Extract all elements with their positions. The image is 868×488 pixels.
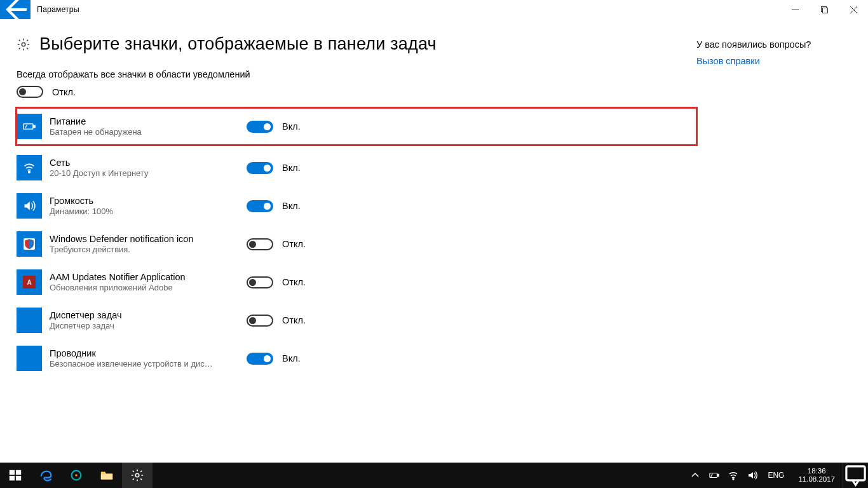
blank-icon [17, 308, 42, 333]
taskbar-explorer[interactable] [92, 463, 122, 488]
tray-battery[interactable] [708, 463, 721, 488]
item-title: AAM Updates Notifier Application [50, 271, 247, 283]
wifi-icon [728, 470, 738, 480]
item-toggle-state: Откл. [282, 315, 306, 325]
icon-setting-row: ПроводникБезопасное извлечение устройств… [17, 343, 696, 374]
window-controls [780, 0, 868, 19]
svg-rect-12 [10, 476, 15, 480]
svg-rect-16 [101, 474, 112, 479]
svg-point-15 [75, 474, 78, 477]
system-tray: ENG 18:36 11.08.2017 [686, 463, 843, 488]
help-link[interactable]: Вызов справки [696, 56, 811, 66]
page-title: Выберите значки, отображаемые в панели з… [39, 34, 437, 54]
tray-time: 18:36 [798, 467, 835, 475]
battery-icon [709, 470, 719, 480]
battery-icon [17, 114, 42, 139]
svg-rect-21 [846, 466, 865, 480]
tray-wifi[interactable] [727, 463, 740, 488]
icon-setting-row: AAAM Updates Notifier ApplicationОбновле… [17, 267, 696, 297]
item-toggle-state: Откл. [282, 277, 306, 287]
item-title: Windows Defender notification icon [50, 233, 247, 245]
item-subtitle: Динамики: 100% [50, 207, 240, 217]
gear-icon [17, 37, 31, 51]
item-toggle[interactable] [247, 315, 273, 327]
svg-point-17 [135, 473, 139, 477]
master-toggle-state: Откл. [52, 87, 76, 97]
windows-icon [8, 468, 22, 482]
item-toggle-state: Вкл. [282, 201, 301, 211]
item-toggle[interactable] [247, 121, 273, 133]
taskbar: ENG 18:36 11.08.2017 [0, 463, 868, 488]
svg-rect-7 [24, 124, 33, 129]
start-button[interactable] [0, 463, 31, 488]
icon-setting-row: Диспетчер задачДиспетчер задачОткл. [17, 305, 696, 336]
tray-clock[interactable]: 18:36 11.08.2017 [793, 467, 840, 484]
item-subtitle: Батарея не обнаружена [50, 127, 240, 137]
defender-icon [17, 231, 42, 257]
item-subtitle: Требуются действия. [50, 245, 240, 255]
minimize-button[interactable] [780, 0, 810, 19]
item-subtitle: Обновления приложений Adobe [50, 283, 240, 293]
app-icon [69, 468, 83, 482]
help-heading: У вас появились вопросы? [696, 39, 811, 50]
action-center[interactable] [843, 463, 868, 488]
item-title: Проводник [50, 348, 247, 359]
tray-volume[interactable] [746, 463, 759, 488]
tray-language[interactable]: ENG [765, 471, 787, 480]
item-title: Громкость [50, 195, 247, 207]
back-button[interactable] [0, 0, 31, 19]
item-toggle-state: Вкл. [282, 353, 301, 363]
item-toggle[interactable] [247, 162, 273, 174]
svg-rect-10 [10, 470, 15, 475]
svg-rect-11 [16, 470, 21, 475]
item-toggle-state: Вкл. [282, 121, 301, 132]
icon-setting-row: Сеть20-10 Доступ к ИнтернетуВкл. [17, 152, 696, 183]
svg-rect-8 [34, 125, 36, 127]
taskbar-settings[interactable] [122, 463, 153, 488]
icon-setting-row: ПитаниеБатарея не обнаруженаВкл. [17, 108, 696, 145]
icon-setting-row: ГромкостьДинамики: 100%Вкл. [17, 191, 696, 221]
always-show-label: Всегда отображать все значки в области у… [17, 69, 696, 79]
gear-icon [130, 468, 144, 482]
master-toggle[interactable] [17, 86, 43, 98]
page-heading-row: Выберите значки, отображаемые в панели з… [17, 34, 696, 54]
item-toggle[interactable] [247, 238, 273, 250]
taskbar-edge[interactable] [31, 463, 61, 488]
item-subtitle: 20-10 Доступ к Интернету [50, 168, 240, 179]
item-toggle-state: Откл. [282, 239, 306, 249]
folder-icon [100, 468, 114, 482]
taskbar-app1[interactable] [61, 463, 92, 488]
item-toggle[interactable] [247, 353, 273, 365]
blank-icon [17, 346, 42, 371]
item-title: Сеть [50, 157, 247, 168]
tray-date: 11.08.2017 [798, 475, 835, 484]
window-title: Параметры [31, 0, 780, 19]
close-button[interactable] [839, 0, 868, 19]
item-title: Питание [50, 116, 247, 127]
back-arrow-icon [0, 0, 31, 25]
svg-point-6 [22, 43, 25, 46]
svg-point-9 [29, 171, 31, 173]
svg-point-20 [733, 478, 734, 480]
volume-icon [747, 470, 757, 480]
svg-rect-13 [16, 476, 21, 480]
wifi-icon [17, 155, 42, 180]
chevron-up-icon [690, 470, 700, 480]
icon-setting-row: Windows Defender notification iconТребую… [17, 229, 696, 259]
item-toggle[interactable] [247, 276, 273, 288]
item-toggle-state: Вкл. [282, 163, 301, 173]
titlebar: Параметры [0, 0, 868, 19]
svg-rect-2 [822, 8, 827, 13]
item-title: Диспетчер задач [50, 309, 247, 321]
adobe-icon: A [17, 269, 42, 295]
maximize-button[interactable] [810, 0, 839, 19]
notification-icon [843, 463, 868, 488]
svg-rect-19 [718, 474, 719, 477]
tray-chevron[interactable] [689, 463, 702, 488]
item-toggle[interactable] [247, 200, 273, 212]
volume-icon [17, 193, 42, 219]
edge-icon [39, 468, 53, 482]
item-subtitle: Диспетчер задач [50, 321, 240, 331]
item-subtitle: Безопасное извлечение устройств и дис… [50, 359, 240, 369]
